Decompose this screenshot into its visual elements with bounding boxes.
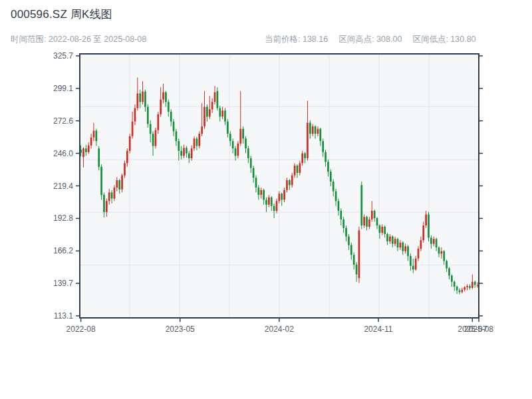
candle-body	[281, 194, 283, 200]
candle-body	[183, 148, 185, 156]
candle-body	[268, 198, 270, 205]
candle-body	[139, 93, 141, 102]
candle	[360, 182, 362, 229]
candle-body	[464, 287, 466, 290]
x-tick-label: 2024-11	[364, 325, 392, 334]
y-tick-label: 192.8	[53, 213, 73, 223]
candle-body	[245, 139, 247, 149]
candle-body	[168, 102, 170, 112]
candle-body	[441, 251, 443, 254]
candle-body	[299, 163, 301, 173]
candle-body	[410, 256, 412, 266]
candle-body	[474, 282, 476, 285]
candle-body	[88, 146, 90, 152]
candle-body	[126, 151, 128, 163]
candle-body	[466, 286, 468, 287]
candle-body	[397, 239, 399, 247]
candle-body	[198, 134, 200, 146]
candle-body	[420, 240, 422, 249]
candle	[98, 146, 100, 171]
candle-body	[366, 217, 368, 227]
candle-body	[194, 139, 196, 149]
candle-body	[85, 148, 87, 152]
candle-body	[430, 237, 432, 243]
candle-body	[211, 102, 213, 109]
candlestick-chart: 325.7299.1272.6246.0219.4192.8166.2139.7…	[0, 0, 532, 399]
candle-body	[392, 237, 394, 244]
candle-body	[191, 148, 193, 158]
candle	[124, 161, 126, 178]
candle-body	[242, 129, 244, 139]
candle-body	[340, 211, 342, 219]
candle-body	[307, 123, 309, 158]
candle-body	[106, 201, 108, 212]
candle-body	[173, 122, 175, 132]
candle-body	[260, 190, 262, 195]
candle-body	[304, 154, 306, 158]
candle-body	[404, 246, 406, 251]
candle	[100, 164, 102, 200]
candle-body	[381, 227, 383, 233]
candle-body	[178, 141, 180, 151]
candle-body	[250, 158, 252, 168]
candle-body	[422, 225, 424, 240]
candle-body	[93, 131, 95, 138]
x-tick-label: 2024-02	[265, 325, 294, 334]
candle	[358, 227, 360, 283]
candle-body	[309, 123, 311, 134]
candle-body	[301, 154, 303, 164]
candle-body	[360, 185, 362, 225]
y-tick-label: 139.7	[53, 279, 73, 288]
candle-body	[180, 151, 182, 156]
candle-body	[203, 107, 205, 126]
candle	[428, 212, 430, 241]
candle-body	[448, 268, 450, 275]
candle-body	[294, 166, 296, 176]
candle-body	[443, 251, 445, 261]
candle-body	[428, 215, 430, 238]
candle-body	[368, 219, 370, 227]
candle-body	[454, 282, 456, 287]
candle-body	[201, 126, 203, 134]
candle-body	[286, 180, 288, 190]
candle-body	[312, 126, 314, 134]
candle-body	[356, 265, 358, 275]
candle-body	[446, 261, 448, 268]
candle-body	[224, 110, 226, 122]
candle-body	[196, 139, 198, 146]
candle-body	[176, 131, 178, 141]
candle-body	[132, 122, 134, 136]
y-tick-label: 272.6	[53, 116, 73, 126]
candle-body	[247, 148, 249, 158]
candle-body	[456, 287, 458, 291]
candle-body	[98, 148, 100, 167]
candle-body	[129, 136, 131, 151]
candle-body	[291, 176, 293, 186]
candle-body	[345, 228, 347, 237]
candle-body	[229, 134, 231, 141]
candle-body	[315, 126, 317, 134]
candle-body	[462, 290, 464, 293]
candle-body	[186, 148, 188, 153]
candle-body	[433, 239, 435, 243]
candle-body	[263, 190, 265, 200]
candle-body	[121, 176, 123, 190]
candle-body	[451, 275, 453, 281]
candle-body	[415, 259, 417, 270]
candle-body	[165, 92, 167, 102]
candle-body	[325, 152, 327, 162]
candle-body	[103, 195, 105, 212]
candle-body	[374, 211, 376, 218]
candle-body	[114, 188, 116, 199]
candle-body	[335, 192, 337, 201]
candle-body	[152, 134, 154, 146]
candle-body	[100, 167, 102, 195]
candle-body	[425, 215, 427, 226]
candle-body	[217, 91, 219, 108]
candle-body	[394, 239, 396, 243]
y-tick-label: 166.2	[53, 246, 73, 255]
candle-body	[279, 194, 281, 201]
candle-body	[239, 129, 241, 144]
candle-body	[206, 107, 208, 117]
candle-body	[376, 218, 378, 225]
